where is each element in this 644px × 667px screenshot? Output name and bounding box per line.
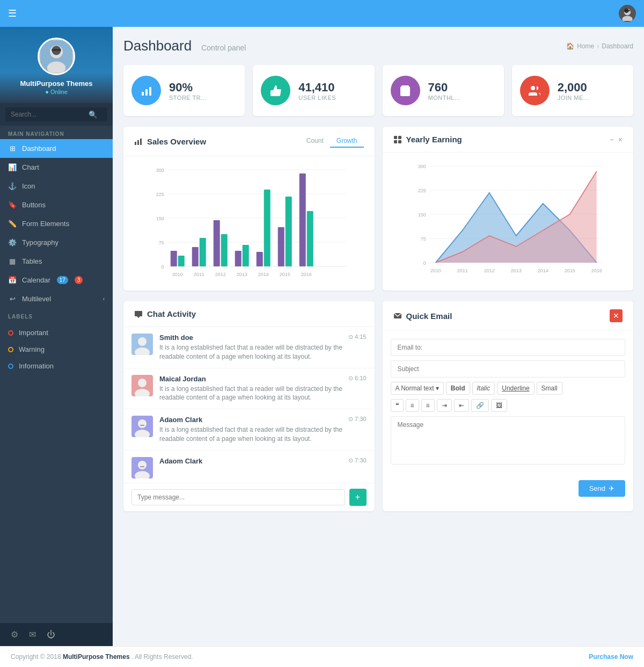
hamburger-icon[interactable]: ☰ bbox=[8, 8, 17, 19]
svg-text:300: 300 bbox=[156, 168, 164, 173]
nav-item-multilevel[interactable]: ↩ Multilevel ‹ bbox=[0, 289, 113, 308]
chat-item-3: Adaom Clark ⊙ 7:30 It is a long establis… bbox=[123, 409, 375, 451]
footer-copyright: Copyright © 2018 MultiPurpose Themes . A… bbox=[11, 653, 193, 661]
chat-item-4: Adaom Clark ⊙ 7:30 bbox=[123, 451, 375, 483]
user-avatar[interactable] bbox=[619, 5, 636, 22]
footer-brand[interactable]: MultiPurpose Themes bbox=[63, 653, 130, 661]
toolbar-image[interactable]: 🖼 bbox=[491, 399, 507, 412]
stat-icon-monthly bbox=[391, 76, 420, 105]
toolbar-italic[interactable]: Italic bbox=[472, 382, 495, 395]
svg-text:2013: 2013 bbox=[510, 268, 521, 273]
typography-icon: ⚙️ bbox=[8, 238, 17, 247]
search-button[interactable]: 🔍 bbox=[89, 111, 98, 119]
svg-point-75 bbox=[138, 419, 147, 428]
svg-text:2012: 2012 bbox=[215, 272, 226, 277]
minimize-button[interactable]: − bbox=[610, 135, 614, 144]
tab-count[interactable]: Count bbox=[300, 135, 330, 148]
chat-card-title: Chat Activity bbox=[147, 309, 364, 318]
email-message-field[interactable] bbox=[391, 416, 626, 465]
chat-avatar-4 bbox=[131, 457, 153, 479]
settings-icon[interactable]: ⚙ bbox=[11, 629, 18, 640]
footer-purchase[interactable]: Purchase Now bbox=[589, 653, 633, 661]
calendar-icon: 📅 bbox=[8, 276, 17, 284]
nav-item-form[interactable]: ✏️ Form Elements bbox=[0, 214, 113, 233]
table-icon: ▦ bbox=[8, 257, 17, 265]
breadcrumb-sep: › bbox=[597, 42, 599, 50]
yearly-card-title: Yearly Earning bbox=[406, 135, 605, 144]
stat-label-join: JOIN ME... bbox=[558, 95, 589, 101]
chat-header-2: Maical Jordan ⊙ 6:10 bbox=[159, 375, 367, 383]
svg-text:150: 150 bbox=[418, 212, 426, 218]
email-to-field[interactable] bbox=[391, 339, 626, 356]
toolbar-normal-text[interactable]: A Normal text ▾ bbox=[391, 382, 444, 395]
chat-input[interactable] bbox=[131, 489, 345, 505]
main-content: Dashboard Control panel 🏠 Home › Dashboa… bbox=[113, 27, 644, 646]
sales-chart-tabs: Count Growth bbox=[300, 135, 364, 148]
stat-label-store: STORE TR... bbox=[169, 95, 207, 101]
page-header: Dashboard Control panel 🏠 Home › Dashboa… bbox=[123, 38, 633, 54]
power-icon[interactable]: ⏻ bbox=[47, 630, 55, 640]
nav-item-dashboard[interactable]: ⊞ Dashboard bbox=[0, 139, 113, 158]
tab-growth[interactable]: Growth bbox=[330, 135, 364, 148]
chat-card-header: Chat Activity bbox=[123, 301, 375, 327]
yearly-card-header: Yearly Earning − × bbox=[383, 127, 634, 153]
nav-item-icon[interactable]: ⚓ Icon bbox=[0, 177, 113, 195]
toolbar-indent[interactable]: ⇥ bbox=[437, 399, 452, 412]
svg-point-13 bbox=[531, 86, 535, 90]
svg-point-1 bbox=[622, 16, 632, 21]
label-important[interactable]: Important bbox=[0, 324, 113, 341]
chat-header-4: Adaom Clark ⊙ 7:30 bbox=[159, 457, 367, 465]
svg-text:225: 225 bbox=[156, 192, 164, 197]
breadcrumb-home-icon: 🏠 bbox=[566, 42, 574, 50]
email-card-header: Quick Email ✕ bbox=[383, 301, 634, 331]
svg-text:300: 300 bbox=[418, 164, 426, 169]
toolbar-small[interactable]: Small bbox=[537, 382, 562, 395]
toolbar-quote[interactable]: ❝ bbox=[391, 399, 404, 412]
svg-text:75: 75 bbox=[420, 236, 426, 242]
svg-text:225: 225 bbox=[418, 188, 426, 193]
svg-text:0: 0 bbox=[423, 260, 426, 266]
yearly-card-actions: − × bbox=[610, 135, 623, 144]
page-title: Dashboard bbox=[123, 38, 192, 54]
nav-item-buttons[interactable]: 🔖 Buttons bbox=[0, 195, 113, 214]
chat-content-4: Adaom Clark ⊙ 7:30 bbox=[159, 457, 367, 479]
nav-item-calendar[interactable]: 📅 Calendar 17 3 bbox=[0, 271, 113, 289]
nav-item-tables[interactable]: ▦ Tables bbox=[0, 252, 113, 271]
toolbar-underline[interactable]: Underline bbox=[497, 382, 534, 395]
stat-card-likes: 41,410 USER LIKES bbox=[253, 65, 374, 116]
email-subject-field[interactable] bbox=[391, 360, 626, 378]
chat-content-1: Smith doe ⊙ 4:15 It is a long establishe… bbox=[159, 334, 367, 361]
chat-name-2: Maical Jordan bbox=[159, 375, 206, 383]
svg-rect-9 bbox=[142, 92, 144, 96]
email-card: Quick Email ✕ A Normal text ▾ Bold Itali… bbox=[383, 301, 634, 511]
svg-point-73 bbox=[138, 379, 147, 387]
chat-item-2: Maical Jordan ⊙ 6:10 It is a long establ… bbox=[123, 368, 375, 410]
label-information[interactable]: Information bbox=[0, 358, 113, 374]
nav-item-chart[interactable]: 📊 Chart bbox=[0, 158, 113, 177]
nav-item-typography[interactable]: ⚙️ Typography bbox=[0, 233, 113, 252]
svg-rect-47 bbox=[307, 211, 313, 266]
stat-value-join: 2,000 bbox=[558, 81, 589, 95]
label-warning[interactable]: Warning bbox=[0, 341, 113, 358]
chat-name-1: Smith doe bbox=[159, 334, 193, 342]
toolbar-outdent[interactable]: ⇤ bbox=[454, 399, 469, 412]
multilevel-icon: ↩ bbox=[8, 295, 17, 303]
nav-label-calendar: Calendar bbox=[22, 276, 50, 284]
email-close-button[interactable]: ✕ bbox=[610, 309, 623, 322]
toolbar-link[interactable]: 🔗 bbox=[471, 399, 489, 412]
svg-rect-77 bbox=[140, 425, 144, 426]
mail-icon[interactable]: ✉ bbox=[29, 629, 36, 640]
label-text-warning: Warning bbox=[19, 345, 45, 353]
breadcrumb: 🏠 Home › Dashboard bbox=[566, 42, 633, 50]
chat-send-button[interactable]: + bbox=[349, 489, 367, 506]
stat-icon-store bbox=[131, 76, 161, 105]
svg-rect-10 bbox=[145, 89, 148, 96]
breadcrumb-home[interactable]: Home bbox=[577, 42, 594, 50]
close-button[interactable]: × bbox=[618, 135, 623, 144]
toolbar-list-ordered[interactable]: ≡ bbox=[406, 399, 419, 412]
email-send-button[interactable]: Send ✈ bbox=[579, 480, 625, 497]
label-text-information: Information bbox=[19, 362, 54, 370]
chat-input-row: + bbox=[123, 483, 375, 511]
toolbar-list-unordered[interactable]: ≡ bbox=[421, 399, 435, 412]
toolbar-bold[interactable]: Bold bbox=[446, 382, 470, 395]
